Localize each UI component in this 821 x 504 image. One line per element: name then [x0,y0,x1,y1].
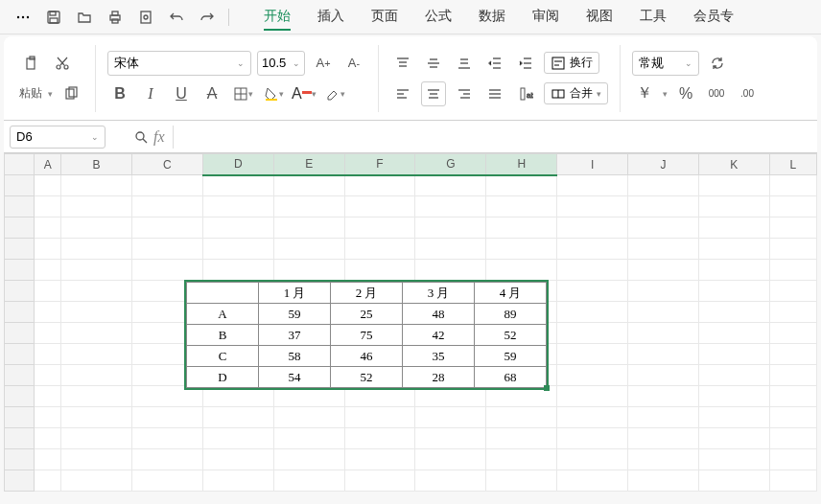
table-cell[interactable]: 59 [259,304,331,325]
align-top-icon[interactable] [390,51,415,76]
cell[interactable] [35,323,61,344]
cell[interactable] [131,175,202,196]
number-format-select[interactable]: 常规⌄ [632,51,699,76]
refresh-icon[interactable] [705,51,730,76]
select-all-corner[interactable] [5,154,35,175]
table-cell[interactable]: 25 [331,304,403,325]
cell[interactable] [627,407,698,428]
fill-color-icon[interactable]: ▾ [261,81,286,106]
table-cell[interactable]: D [187,367,259,388]
cell[interactable] [698,302,769,323]
table-cell[interactable]: B [187,325,259,346]
col-header-G[interactable]: G [415,154,486,175]
selected-data-range[interactable]: 1 月2 月3 月4 月A59254889B37754252C58463559D… [184,280,549,390]
cell[interactable] [557,302,628,323]
table-cell[interactable]: 35 [403,346,475,367]
print-icon[interactable] [104,6,127,29]
wrap-button[interactable]: 换行 [544,52,599,74]
cell[interactable] [627,365,698,386]
cell[interactable] [344,175,415,196]
cell[interactable] [627,386,698,407]
cell[interactable] [35,407,61,428]
overflow-icon[interactable] [12,6,35,29]
fx-icon[interactable]: fx [153,128,165,146]
cell[interactable] [35,386,61,407]
cell[interactable] [557,449,628,470]
cell[interactable] [769,302,816,323]
cell[interactable] [344,428,415,449]
cell[interactable] [627,428,698,449]
table-header[interactable]: 2 月 [331,283,403,304]
cell[interactable] [769,239,816,260]
col-header-I[interactable]: I [557,154,628,175]
cell[interactable] [557,344,628,365]
cell[interactable] [486,196,557,218]
row-header[interactable] [5,449,35,470]
cell[interactable] [273,470,344,492]
row-header[interactable] [5,344,35,365]
cell[interactable] [131,260,202,281]
font-size-select[interactable]: 10.5⌄ [257,51,305,76]
cell[interactable] [769,428,816,449]
save-icon[interactable] [42,6,65,29]
table-header[interactable]: 4 月 [475,283,547,304]
thousand-icon[interactable]: 000 [704,81,729,106]
currency-icon[interactable]: ￥ [632,81,657,106]
cell[interactable] [627,196,698,218]
table-cell[interactable]: 89 [475,304,547,325]
cell[interactable] [415,239,486,260]
spreadsheet-grid[interactable]: ABCDEFGHIJKL 1 月2 月3 月4 月A59254889B37754… [4,153,817,492]
align-right-icon[interactable] [452,81,477,106]
cell[interactable] [61,218,132,239]
cell[interactable] [769,449,816,470]
row-header[interactable] [5,428,35,449]
cell[interactable] [627,323,698,344]
cell[interactable] [415,428,486,449]
cell[interactable] [557,407,628,428]
bold-icon[interactable]: B [107,81,132,106]
col-header-H[interactable]: H [486,154,557,175]
cell[interactable] [698,175,769,196]
table-cell[interactable]: 52 [475,325,547,346]
cell[interactable] [557,428,628,449]
col-header-B[interactable]: B [61,154,132,175]
cell[interactable] [769,344,816,365]
col-header-J[interactable]: J [627,154,698,175]
cell[interactable] [627,470,698,492]
cell[interactable] [486,428,557,449]
cell[interactable] [273,196,344,218]
menu-tools[interactable]: 工具 [640,4,667,31]
cell[interactable] [486,407,557,428]
cell[interactable] [344,407,415,428]
cell[interactable] [698,218,769,239]
cell[interactable] [698,449,769,470]
cell[interactable] [769,407,816,428]
indent-inc-icon[interactable] [513,51,538,76]
cell[interactable] [273,239,344,260]
cell[interactable] [698,386,769,407]
cell[interactable] [344,260,415,281]
cell[interactable] [557,323,628,344]
cell[interactable] [486,218,557,239]
cell[interactable] [131,239,202,260]
table-cell[interactable]: 48 [403,304,475,325]
cell[interactable] [61,281,132,302]
cell[interactable] [486,239,557,260]
cell[interactable] [557,470,628,492]
cell[interactable] [627,302,698,323]
cell[interactable] [273,218,344,239]
cell[interactable] [415,196,486,218]
formula-input[interactable] [173,126,817,149]
row-header[interactable] [5,239,35,260]
percent-icon[interactable]: % [673,81,698,106]
cell[interactable] [35,365,61,386]
cell[interactable] [557,365,628,386]
row-header[interactable] [5,196,35,218]
font-color-icon[interactable]: A▾ [292,81,317,106]
cell[interactable] [202,407,273,428]
cell[interactable] [769,175,816,196]
align-left-icon[interactable] [390,81,415,106]
cell[interactable] [627,218,698,239]
cell[interactable] [61,470,132,492]
cell[interactable] [61,344,132,365]
